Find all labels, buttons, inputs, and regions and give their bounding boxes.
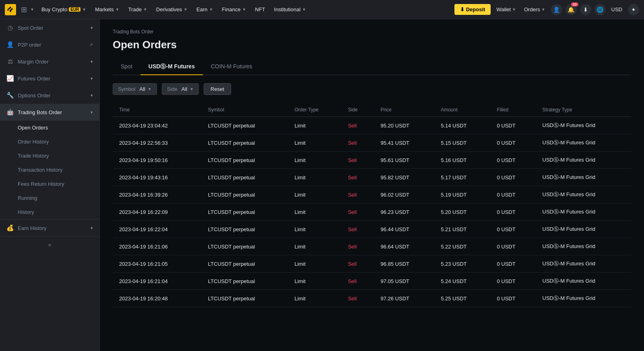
symbol-filter[interactable]: Symbol All ▼ — [113, 83, 157, 95]
table-row: 2023-04-19 16:39:26 LTCUSDT perpetual Li… — [113, 186, 631, 203]
sidebar-item-spot-order[interactable]: ◷ Spot Order ▾ — [0, 19, 99, 36]
table-row: 2023-04-19 16:22:04 LTCUSDT perpetual Li… — [113, 221, 631, 238]
wallet-chevron: ▼ — [512, 7, 516, 12]
table-header: Time Symbol Order Type Side Price Amount… — [113, 103, 631, 117]
sidebar-sub-open-orders[interactable]: Open Orders — [0, 121, 99, 135]
table-row: 2023-04-19 23:04:42 LTCUSDT perpetual Li… — [113, 117, 631, 134]
sidebar: ◷ Spot Order ▾ 👤 P2P order ↗ ⚖ Margin Or… — [0, 19, 100, 351]
cell-amount: 5.24 USDT — [434, 273, 490, 290]
sidebar-sub-history[interactable]: History — [0, 205, 99, 219]
cell-strategy: USDⓈ-M Futures Grid — [536, 203, 631, 221]
cell-time: 2023-04-19 16:21:06 — [113, 238, 202, 255]
cell-side: Sell — [341, 186, 374, 203]
nav-earn[interactable]: Earn ▼ — [192, 0, 217, 19]
cell-time: 2023-04-19 16:22:04 — [113, 221, 202, 238]
cell-order-type: Limit — [288, 203, 342, 221]
sidebar-section-orders: ◷ Spot Order ▾ 👤 P2P order ↗ ⚖ Margin Or… — [0, 19, 99, 220]
side-filter[interactable]: Side All ▼ — [162, 83, 199, 95]
sidebar-item-p2p-order[interactable]: 👤 P2P order ↗ — [0, 36, 99, 53]
profile-icon[interactable]: 👤 — [551, 4, 562, 15]
reset-button[interactable]: Reset — [204, 83, 231, 95]
collapse-icon: « — [48, 242, 51, 248]
table-row: 2023-04-19 16:21:04 LTCUSDT perpetual Li… — [113, 273, 631, 290]
notification-icon[interactable]: 🔔 39 — [566, 4, 577, 15]
cell-price: 96.44 USDT — [374, 221, 434, 238]
cell-price: 97.05 USDT — [374, 273, 434, 290]
cell-order-type: Limit — [288, 152, 342, 169]
symbol-filter-label: Symbol — [118, 86, 135, 92]
nav-markets[interactable]: Markets ▼ — [91, 0, 123, 19]
orders-table-wrap: Time Symbol Order Type Side Price Amount… — [113, 103, 631, 307]
cell-amount: 5.14 USDT — [434, 117, 490, 134]
currency-selector[interactable]: USD — [609, 6, 625, 12]
theme-icon[interactable]: ✦ — [628, 4, 639, 15]
cell-order-type: Limit — [288, 273, 342, 290]
cell-order-type: Limit — [288, 169, 342, 186]
filters: Symbol All ▼ Side All ▼ Reset — [113, 83, 631, 95]
sidebar-collapse-button[interactable]: « — [0, 237, 99, 252]
tab-usdm-futures[interactable]: USDⓈ-M Futures — [140, 59, 203, 75]
nav-buy-crypto[interactable]: Buy Crypto EUR ▼ — [37, 0, 90, 19]
cell-strategy: USDⓈ-M Futures Grid — [536, 221, 631, 238]
side-filter-value: All — [182, 86, 187, 92]
cell-strategy: USDⓈ-M Futures Grid — [536, 117, 631, 134]
nav-orders[interactable]: Orders ▼ — [522, 6, 548, 12]
earn-chevron: ▼ — [209, 7, 213, 12]
derivatives-chevron: ▼ — [184, 7, 188, 12]
cell-side: Sell — [341, 221, 374, 238]
cell-price: 95.41 USDT — [374, 134, 434, 152]
cell-filled: 0 USDT — [490, 273, 536, 290]
cell-amount: 5.15 USDT — [434, 134, 490, 152]
nav-finance[interactable]: Finance ▼ — [218, 0, 250, 19]
table-row: 2023-04-19 16:21:06 LTCUSDT perpetual Li… — [113, 238, 631, 255]
side-filter-chevron: ▼ — [190, 87, 194, 91]
cell-order-type: Limit — [288, 221, 342, 238]
earn-history-arrow: ▾ — [91, 226, 93, 231]
sidebar-item-margin-order[interactable]: ⚖ Margin Order ▾ — [0, 53, 99, 70]
download-icon[interactable]: ⬇ — [580, 4, 591, 15]
main-content: Trading Bots Order Open Orders Spot USDⓈ… — [100, 19, 644, 351]
finance-chevron: ▼ — [242, 7, 246, 12]
sidebar-sub-trade-history[interactable]: Trade History — [0, 149, 99, 163]
tab-coinm-futures[interactable]: COIN-M Futures — [203, 59, 260, 75]
side-filter-label: Side — [167, 86, 178, 92]
cell-time: 2023-04-19 16:21:05 — [113, 255, 202, 273]
sidebar-item-options-order[interactable]: 🔧 Options Order ▾ — [0, 87, 99, 104]
cell-symbol: LTCUSDT perpetual — [202, 273, 288, 290]
sidebar-sub-fees-return-history[interactable]: Fees Return History — [0, 177, 99, 191]
nav-institutional[interactable]: Institutional ▼ — [270, 0, 310, 19]
cell-symbol: LTCUSDT perpetual — [202, 169, 288, 186]
orders-chevron: ▼ — [541, 7, 545, 12]
cell-order-type: Limit — [288, 186, 342, 203]
cell-time: 2023-04-19 22:56:33 — [113, 134, 202, 152]
markets-chevron: ▼ — [115, 7, 119, 12]
table-row: 2023-04-19 19:50:16 LTCUSDT perpetual Li… — [113, 152, 631, 169]
col-filled: Filled — [490, 103, 536, 117]
cell-price: 96.23 USDT — [374, 203, 434, 221]
deposit-button[interactable]: ⬇ Deposit — [454, 4, 491, 15]
sidebar-item-trading-bots-order[interactable]: 🤖 Trading Bots Order ▾ — [0, 104, 99, 121]
sidebar-item-futures-order[interactable]: 📈 Futures Order ▾ — [0, 70, 99, 87]
sidebar-sub-transaction-history[interactable]: Transaction History — [0, 163, 99, 177]
nav-trade[interactable]: Trade ▼ — [124, 0, 151, 19]
tab-spot[interactable]: Spot — [113, 59, 140, 75]
sidebar-sub-order-history[interactable]: Order History — [0, 135, 99, 149]
grid-icon[interactable]: ⊞ — [21, 5, 27, 14]
nav-nft[interactable]: NFT — [251, 0, 269, 19]
cell-amount: 5.25 USDT — [434, 290, 490, 307]
cell-side: Sell — [341, 238, 374, 255]
nav-right: ⬇ Deposit Wallet ▼ Orders ▼ 👤 🔔 39 ⬇ 🌐 U… — [454, 4, 639, 15]
nav-derivatives[interactable]: Derivatives ▼ — [152, 0, 192, 19]
cell-amount: 5.19 USDT — [434, 186, 490, 203]
logo[interactable] — [5, 4, 16, 15]
trading-bots-icon: 🤖 — [6, 109, 14, 116]
cell-time: 2023-04-19 16:39:26 — [113, 186, 202, 203]
table-row: 2023-04-19 22:56:33 LTCUSDT perpetual Li… — [113, 134, 631, 152]
nav-wallet[interactable]: Wallet ▼ — [494, 6, 518, 12]
sidebar-sub-running[interactable]: Running — [0, 191, 99, 205]
sidebar-item-earn-history[interactable]: 💰 Earn History ▾ — [0, 220, 99, 236]
globe-icon[interactable]: 🌐 — [594, 4, 606, 15]
cell-time: 2023-04-19 19:50:16 — [113, 152, 202, 169]
cell-filled: 0 USDT — [490, 152, 536, 169]
cell-price: 96.02 USDT — [374, 186, 434, 203]
